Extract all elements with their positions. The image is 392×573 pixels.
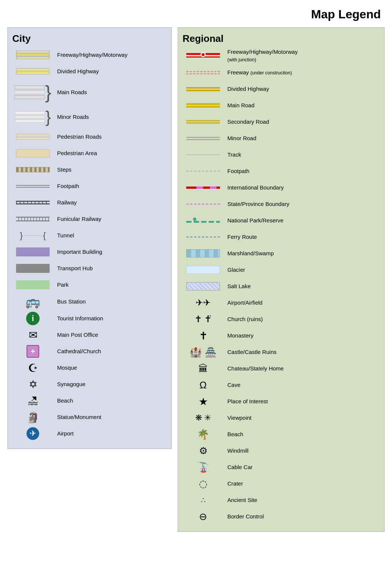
freeway-symbol — [12, 51, 53, 59]
reg-main-road-symbol — [183, 103, 224, 108]
church-label: Church (ruins) — [227, 315, 263, 323]
list-item: ∴ Ancient Site — [183, 493, 380, 507]
national-park-symbol — [183, 216, 224, 225]
list-item: ❋ ✳ Viewpoint — [183, 411, 380, 425]
list-item: Ferry Route — [183, 230, 380, 244]
list-item: Park — [12, 278, 167, 292]
list-item: Railway — [12, 196, 167, 209]
list-item: } { Tunnel — [12, 229, 167, 242]
list-item: Important Building — [12, 245, 167, 259]
city-column: City Freeway/Highway/Motorway Divided Hi… — [7, 27, 172, 449]
cave-symbol: Ω — [183, 379, 224, 391]
regional-heading: Regional — [183, 33, 380, 44]
list-item: 🌴 Beach — [183, 428, 380, 441]
beach-city-symbol: 🏖 — [12, 395, 53, 407]
intl-boundary-label: International Boundary — [227, 184, 284, 191]
bus-station-label: Bus Station — [57, 298, 86, 305]
cable-car-label: Cable Car — [227, 463, 253, 471]
airport-city-label: Airport — [57, 430, 74, 437]
list-item: Freeway/Highway/Motorway — [12, 48, 167, 62]
list-item: National Park/Reserve — [183, 214, 380, 227]
intl-boundary-symbol — [183, 187, 224, 189]
page-title: Map Legend — [7, 7, 385, 21]
ferry-route-label: Ferry Route — [227, 233, 257, 241]
bus-station-symbol: 🚌 — [12, 295, 53, 309]
list-item: 🚌 Bus Station — [12, 295, 167, 309]
tourist-info-symbol: i — [12, 312, 53, 325]
reg-secondary-road-label: Secondary Road — [227, 118, 269, 126]
statue-symbol: 🗿 — [12, 411, 53, 423]
reg-track-symbol — [183, 154, 224, 155]
list-item: Footpath — [183, 164, 380, 178]
chateau-label: Chateau/Stately Home — [227, 365, 284, 372]
cable-car-symbol: 🚡 — [183, 462, 224, 473]
minor-roads-label: Minor Roads — [57, 113, 89, 121]
pedestrian-area-label: Pedestrian Area — [57, 150, 97, 157]
list-item: 🏰 🏯 Castle/Castle Ruins — [183, 345, 380, 359]
glacier-label: Glacier — [227, 266, 245, 274]
list-item: ✈✈ Airport/Airfield — [183, 296, 380, 309]
list-item: Glacier — [183, 263, 380, 277]
main-roads-symbol: } — [12, 83, 53, 102]
reg-freeway-const-symbol — [183, 71, 224, 74]
transport-hub-label: Transport Hub — [57, 265, 93, 272]
railway-symbol — [12, 201, 53, 204]
monastery-symbol: ✝ — [183, 330, 224, 342]
list-item: 🏖 Beach — [12, 394, 167, 407]
airport-label: Airport/Airfield — [227, 299, 262, 306]
minor-roads-symbol: } — [12, 109, 53, 125]
funicular-label: Funicular Railway — [57, 215, 101, 223]
pedestrian-roads-symbol — [12, 134, 53, 140]
railway-label: Railway — [57, 199, 77, 206]
list-item: Secondary Road — [183, 115, 380, 129]
list-item: Transport Hub — [12, 262, 167, 275]
tunnel-label: Tunnel — [57, 232, 74, 239]
reg-track-label: Track — [227, 151, 241, 158]
windmill-label: Windmill — [227, 447, 249, 455]
city-heading: City — [12, 33, 167, 44]
reg-divided-symbol — [183, 87, 224, 91]
reg-secondary-road-symbol — [183, 120, 224, 124]
state-boundary-label: State/Province Boundary — [227, 200, 289, 208]
steps-label: Steps — [57, 166, 71, 173]
list-item: ⚙ Windmill — [183, 444, 380, 458]
salt-lake-label: Salt Lake — [227, 283, 251, 290]
pedestrian-roads-label: Pedestrian Roads — [57, 133, 102, 141]
list-item: Marshland/Swamp — [183, 247, 380, 260]
marshland-symbol — [183, 249, 224, 258]
church-symbol: ✝ ✝̈ — [183, 314, 224, 324]
airport-city-symbol: ✈ — [12, 427, 53, 440]
cathedral-symbol: + — [12, 345, 53, 358]
list-item: Footpath — [12, 179, 167, 193]
statue-label: Statue/Monument — [57, 413, 101, 421]
synagogue-label: Synagogue — [57, 381, 85, 388]
post-office-symbol: ✉ — [12, 329, 53, 341]
list-item: Pedestrian Roads — [12, 130, 167, 144]
windmill-symbol: ⚙ — [183, 445, 224, 457]
place-interest-label: Place of Interest — [227, 398, 268, 405]
list-item: State/Province Boundary — [183, 197, 380, 211]
funicular-symbol — [12, 217, 53, 221]
synagogue-symbol: ✡ — [12, 378, 53, 391]
list-item: International Boundary — [183, 181, 380, 194]
tourist-info-label: Tourist Information — [57, 315, 103, 322]
list-item: ✉ Main Post Office — [12, 328, 167, 342]
reg-freeway-label: Freeway/Highway/Motorway(with junction) — [227, 48, 298, 63]
regional-column: Regional Freeway/Highway/Motorway(with j… — [178, 27, 385, 532]
list-item: Ω Cave — [183, 378, 380, 392]
crater-label: Crater — [227, 480, 243, 487]
beach-city-label: Beach — [57, 397, 73, 404]
steps-symbol — [12, 167, 53, 172]
list-item: + Cathedral/Church — [12, 345, 167, 358]
main-roads-label: Main Roads — [57, 89, 87, 96]
list-item: ◌ Crater — [183, 477, 380, 490]
state-boundary-symbol — [183, 204, 224, 204]
border-control-symbol: ⊖ — [183, 511, 224, 523]
place-interest-symbol: ★ — [183, 395, 224, 408]
list-item: ★ Place of Interest — [183, 395, 380, 408]
footpath-symbol — [12, 185, 53, 188]
monastery-label: Monastery — [227, 332, 253, 339]
important-building-label: Important Building — [57, 248, 102, 256]
reg-divided-label: Divided Highway — [227, 85, 269, 93]
list-item: ✡ Synagogue — [12, 378, 167, 391]
